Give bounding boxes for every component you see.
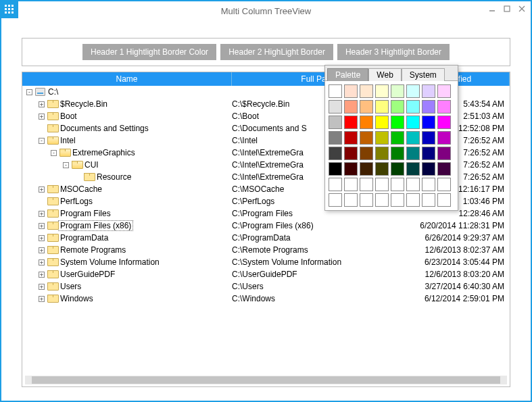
expand-icon[interactable]: + bbox=[39, 296, 45, 302]
color-swatch[interactable] bbox=[329, 100, 342, 114]
color-swatch[interactable] bbox=[437, 131, 451, 145]
color-swatch[interactable] bbox=[391, 147, 404, 160]
color-swatch[interactable] bbox=[422, 84, 435, 98]
collapse-icon[interactable]: - bbox=[63, 162, 69, 168]
color-swatch[interactable] bbox=[329, 178, 342, 191]
color-swatch[interactable] bbox=[360, 193, 373, 207]
color-swatch[interactable] bbox=[375, 131, 389, 145]
expand-icon[interactable]: + bbox=[39, 247, 45, 253]
color-swatch[interactable] bbox=[329, 162, 342, 176]
header1-highlight-button[interactable]: Header 1 Hightlight Border Color bbox=[82, 44, 216, 60]
color-swatch[interactable] bbox=[375, 178, 389, 191]
color-swatch[interactable] bbox=[406, 178, 420, 191]
color-swatch[interactable] bbox=[391, 193, 404, 207]
tree-row[interactable]: +Program Files (x86)C:\Program Files (x8… bbox=[26, 220, 510, 232]
color-swatch[interactable] bbox=[360, 100, 373, 114]
tree-row[interactable]: +WindowsC:\Windows6/12/2014 2:59:01 PM bbox=[26, 293, 510, 305]
color-swatch[interactable] bbox=[422, 147, 435, 160]
color-swatch[interactable] bbox=[406, 84, 420, 98]
expand-icon[interactable]: + bbox=[39, 186, 45, 193]
expand-icon[interactable]: + bbox=[39, 223, 45, 229]
color-swatch[interactable] bbox=[422, 100, 435, 114]
color-swatch[interactable] bbox=[375, 147, 389, 160]
color-swatch[interactable] bbox=[360, 147, 373, 160]
color-swatch[interactable] bbox=[422, 162, 435, 176]
color-swatch[interactable] bbox=[360, 131, 373, 145]
maximize-button[interactable] bbox=[502, 4, 512, 14]
color-swatch[interactable] bbox=[344, 193, 358, 207]
color-swatch[interactable] bbox=[422, 131, 435, 145]
header3-highlight-button[interactable]: Header 3 Hightlight Border bbox=[337, 44, 450, 60]
color-swatch[interactable] bbox=[391, 84, 404, 98]
color-swatch[interactable] bbox=[437, 100, 451, 114]
color-swatch[interactable] bbox=[360, 162, 373, 176]
tree-row[interactable]: +System Volume InformationC:\System Volu… bbox=[26, 256, 510, 268]
tree-item-label: Documents and Settings bbox=[60, 124, 149, 133]
color-swatch[interactable] bbox=[375, 84, 389, 98]
color-swatch[interactable] bbox=[437, 178, 451, 191]
color-swatch[interactable] bbox=[329, 147, 342, 160]
color-swatch[interactable] bbox=[391, 131, 404, 145]
svg-rect-7 bbox=[8, 11, 10, 14]
color-swatch[interactable] bbox=[329, 84, 342, 98]
collapse-icon[interactable]: - bbox=[51, 150, 57, 156]
color-swatch[interactable] bbox=[391, 116, 404, 129]
color-swatch[interactable] bbox=[375, 100, 389, 114]
tab-web[interactable]: Web bbox=[368, 68, 401, 81]
color-swatch[interactable] bbox=[375, 162, 389, 176]
color-swatch[interactable] bbox=[406, 162, 420, 176]
tab-palette[interactable]: Palette bbox=[327, 68, 368, 81]
column-header-name[interactable]: Name bbox=[22, 72, 232, 86]
color-swatch[interactable] bbox=[406, 100, 420, 114]
tree-row[interactable]: +UserGuidePDFC:\UserGuidePDF12/6/2013 8:… bbox=[26, 268, 510, 280]
color-swatch[interactable] bbox=[375, 193, 389, 207]
expand-icon[interactable]: + bbox=[39, 101, 45, 107]
color-swatch[interactable] bbox=[437, 116, 451, 129]
color-swatch[interactable] bbox=[360, 116, 373, 129]
color-swatch[interactable] bbox=[344, 131, 358, 145]
color-swatch[interactable] bbox=[437, 162, 451, 176]
color-swatch[interactable] bbox=[391, 162, 404, 176]
color-swatch[interactable] bbox=[344, 162, 358, 176]
expand-icon[interactable]: + bbox=[39, 272, 45, 278]
color-swatch[interactable] bbox=[329, 131, 342, 145]
expand-icon[interactable]: + bbox=[39, 211, 45, 217]
color-swatch[interactable] bbox=[329, 193, 342, 207]
color-swatch[interactable] bbox=[437, 84, 451, 98]
header2-highlight-button[interactable]: Header 2 HighLight Border bbox=[220, 44, 333, 60]
color-swatch[interactable] bbox=[344, 116, 358, 129]
color-swatch[interactable] bbox=[344, 147, 358, 160]
color-swatch[interactable] bbox=[391, 100, 404, 114]
color-swatch[interactable] bbox=[344, 84, 358, 98]
color-swatch[interactable] bbox=[422, 178, 435, 191]
collapse-icon[interactable]: - bbox=[26, 89, 32, 95]
color-swatch[interactable] bbox=[360, 178, 373, 191]
color-swatch[interactable] bbox=[437, 193, 451, 207]
app-menu-icon[interactable] bbox=[1, 1, 18, 18]
collapse-icon[interactable]: - bbox=[39, 138, 45, 144]
horizontal-scrollbar[interactable] bbox=[25, 376, 507, 384]
color-swatch[interactable] bbox=[344, 100, 358, 114]
color-swatch[interactable] bbox=[406, 116, 420, 129]
color-swatch[interactable] bbox=[329, 116, 342, 129]
expand-icon[interactable]: + bbox=[39, 259, 45, 266]
color-swatch[interactable] bbox=[360, 84, 373, 98]
color-swatch[interactable] bbox=[422, 193, 435, 207]
color-swatch[interactable] bbox=[406, 193, 420, 207]
color-swatch[interactable] bbox=[437, 147, 451, 160]
color-swatch[interactable] bbox=[422, 116, 435, 129]
tree-row[interactable]: +ProgramDataC:\ProgramData6/26/2014 9:29… bbox=[26, 232, 510, 244]
color-swatch[interactable] bbox=[391, 178, 404, 191]
close-button[interactable] bbox=[517, 4, 527, 14]
color-swatch[interactable] bbox=[406, 131, 420, 145]
color-swatch[interactable] bbox=[406, 147, 420, 160]
color-swatch[interactable] bbox=[375, 116, 389, 129]
tree-row[interactable]: +Remote ProgramsC:\Remote Programs12/6/2… bbox=[26, 244, 510, 256]
tree-row[interactable]: +UsersC:\Users3/27/2014 6:40:30 AM bbox=[26, 280, 510, 293]
minimize-button[interactable] bbox=[487, 4, 497, 14]
tab-system[interactable]: System bbox=[402, 68, 445, 81]
expand-icon[interactable]: + bbox=[39, 284, 45, 290]
expand-icon[interactable]: + bbox=[39, 114, 45, 120]
color-swatch[interactable] bbox=[344, 178, 358, 191]
expand-icon[interactable]: + bbox=[39, 235, 45, 241]
